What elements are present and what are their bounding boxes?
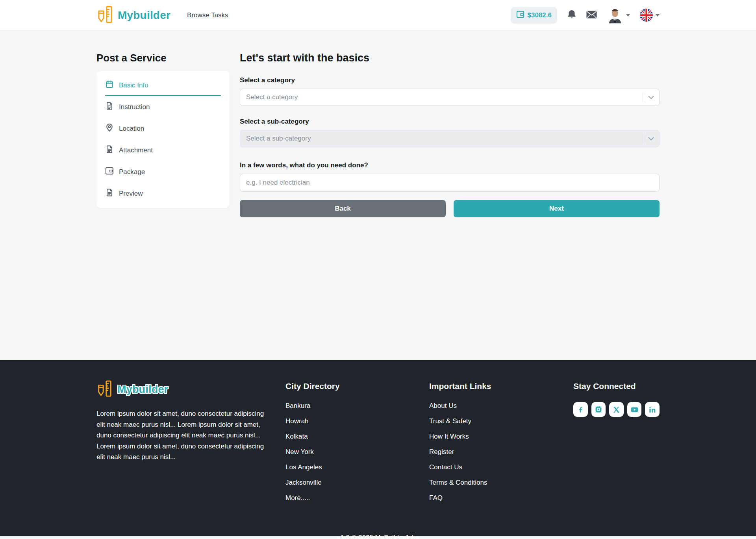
footer-column-title: Important Links — [429, 382, 554, 391]
facebook-icon[interactable] — [573, 402, 588, 417]
linkedin-icon[interactable] — [645, 402, 660, 417]
brand-name: Mybuilder — [118, 9, 170, 22]
step-label: Attachment — [119, 146, 153, 154]
steps-card: Basic Info Instruction — [96, 71, 230, 208]
post-service-sidebar: Post a Service Basic Info — [96, 52, 230, 208]
category-placeholder: Select a category — [246, 93, 298, 101]
wallet-icon — [105, 167, 114, 177]
category-select[interactable]: Select a category — [240, 89, 660, 106]
step-label: Package — [119, 168, 145, 176]
document-icon — [105, 145, 114, 156]
uk-flag-icon — [640, 9, 653, 22]
step-label: Preview — [119, 190, 143, 198]
copyright-text: v1.0 © 2025 MyBuilderJobs — [0, 534, 756, 539]
step-preview[interactable]: Preview — [96, 183, 230, 204]
important-link-trust[interactable]: Trust & Safety — [429, 417, 554, 425]
city-link[interactable]: New York — [285, 448, 410, 456]
step-package[interactable]: Package — [96, 161, 230, 183]
city-link-more[interactable]: More..... — [285, 494, 410, 502]
footer-important-links: Important Links About Us Trust & Safety … — [429, 380, 554, 509]
calendar-icon — [105, 80, 114, 91]
footer-about: Mybuilder Lorem ipsum dolor sit amet, du… — [96, 380, 266, 509]
subcategory-label: Select a sub-category — [240, 118, 660, 126]
subcategory-placeholder: Select a sub-category — [246, 135, 311, 143]
main-content: Post a Service Basic Info — [0, 31, 756, 360]
step-label: Instruction — [119, 103, 150, 111]
important-link-how-it-works[interactable]: How It Works — [429, 433, 554, 441]
envelope-icon — [586, 11, 597, 20]
important-link-faq[interactable]: FAQ — [429, 494, 554, 502]
language-selector[interactable] — [640, 9, 660, 22]
select-divider — [643, 134, 643, 143]
next-button[interactable]: Next — [454, 200, 660, 217]
step-attachment[interactable]: Attachment — [96, 139, 230, 161]
select-divider — [643, 93, 643, 102]
chevron-down-icon — [648, 135, 654, 143]
city-link[interactable]: Bankura — [285, 402, 410, 410]
footer-column-title: City Directory — [285, 382, 410, 391]
bell-icon — [567, 9, 576, 21]
map-pin-icon — [105, 123, 114, 134]
page-title: Post a Service — [96, 52, 230, 64]
basics-form: Let's start with the basics Select a cat… — [240, 52, 660, 217]
step-label: Location — [119, 125, 144, 133]
footer-city-directory: City Directory Bankura Howrah Kolkata Ne… — [285, 380, 410, 509]
footer-brand-logo[interactable]: Mybuilder — [96, 380, 266, 399]
back-button[interactable]: Back — [240, 200, 446, 217]
chevron-down-icon — [626, 14, 630, 17]
footer-about-text: Lorem ipsum dolor sit amet, duno consect… — [96, 408, 266, 463]
step-label: Basic Info — [119, 81, 148, 89]
step-instruction[interactable]: Instruction — [96, 96, 230, 118]
category-label: Select a category — [240, 76, 660, 84]
important-link-terms[interactable]: Terms & Conditions — [429, 479, 554, 487]
footer-brand-name: Mybuilder — [117, 383, 168, 396]
subcategory-select[interactable]: Select a sub-category — [240, 130, 660, 147]
important-link-contact[interactable]: Contact Us — [429, 463, 554, 471]
instagram-icon[interactable] — [591, 402, 606, 417]
need-label: In a few words, what do you need done? — [240, 161, 660, 169]
wallet-icon — [516, 11, 524, 20]
messages-button[interactable] — [586, 11, 597, 20]
pencil-ruler-logo-icon — [96, 6, 114, 25]
app-header: Mybuilder Browse Tasks $3082.6 — [0, 0, 756, 31]
document-icon — [105, 102, 114, 112]
need-input[interactable] — [240, 174, 660, 192]
nav-browse-tasks[interactable]: Browse Tasks — [187, 11, 228, 19]
notifications-button[interactable] — [567, 9, 576, 21]
x-twitter-icon[interactable] — [609, 402, 624, 417]
wallet-balance: $3082.6 — [528, 11, 552, 19]
footer-column-title: Stay Connected — [573, 382, 660, 391]
form-title: Let's start with the basics — [240, 52, 660, 64]
avatar — [607, 7, 623, 24]
step-location[interactable]: Location — [96, 118, 230, 139]
city-link[interactable]: Los Angeles — [285, 463, 410, 471]
city-link[interactable]: Kolkata — [285, 433, 410, 441]
chevron-down-icon — [656, 14, 660, 17]
brand-logo[interactable]: Mybuilder — [96, 6, 170, 25]
city-link[interactable]: Howrah — [285, 417, 410, 425]
footer-stay-connected: Stay Connected — [573, 380, 660, 509]
pencil-ruler-logo-icon — [96, 380, 113, 399]
wallet-balance-badge[interactable]: $3082.6 — [511, 7, 557, 24]
city-link[interactable]: Jacksonville — [285, 479, 410, 487]
important-link-about[interactable]: About Us — [429, 402, 554, 410]
important-link-register[interactable]: Register — [429, 448, 554, 456]
user-menu[interactable] — [607, 7, 630, 24]
chevron-down-icon — [648, 93, 654, 101]
step-basic-info[interactable]: Basic Info — [96, 74, 230, 96]
app-footer: Mybuilder Lorem ipsum dolor sit amet, du… — [0, 360, 756, 536]
document-icon — [105, 188, 114, 199]
youtube-icon[interactable] — [627, 402, 642, 417]
main-nav: Browse Tasks — [170, 11, 228, 19]
